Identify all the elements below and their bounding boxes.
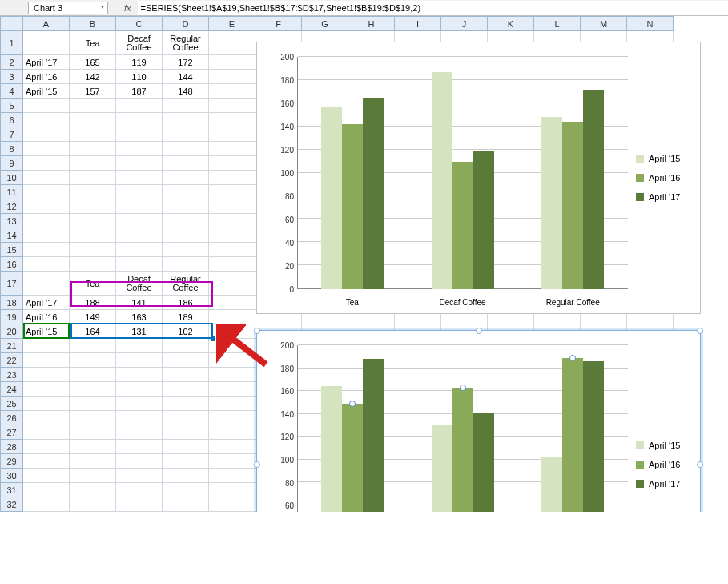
cell[interactable] — [116, 127, 163, 142]
cell[interactable]: 189 — [163, 310, 209, 324]
cell[interactable] — [70, 425, 116, 440]
cell[interactable] — [116, 228, 163, 243]
cell[interactable] — [163, 185, 209, 199]
cell[interactable] — [70, 339, 116, 353]
cell[interactable] — [23, 31, 70, 55]
cell[interactable] — [116, 185, 163, 199]
cell[interactable] — [116, 257, 163, 272]
cell[interactable] — [209, 55, 255, 70]
cell[interactable] — [209, 243, 255, 257]
cell[interactable] — [70, 185, 116, 199]
cell[interactable] — [116, 99, 163, 113]
cell[interactable] — [163, 497, 209, 512]
cell[interactable] — [209, 84, 255, 99]
cell[interactable] — [23, 469, 70, 483]
row-header[interactable]: 9 — [1, 156, 23, 171]
cell[interactable] — [70, 199, 116, 214]
cell[interactable] — [23, 127, 70, 142]
cell[interactable] — [70, 228, 116, 243]
col-header[interactable]: E — [209, 17, 255, 31]
cell[interactable] — [116, 397, 163, 411]
bar-group[interactable] — [517, 345, 628, 512]
legend-item[interactable]: April '17 — [636, 479, 700, 489]
range-handle[interactable] — [211, 336, 215, 341]
cell[interactable] — [163, 257, 209, 272]
bar[interactable] — [321, 107, 342, 289]
cell[interactable]: 144 — [163, 70, 209, 84]
cell[interactable] — [209, 99, 255, 113]
row-header[interactable]: 18 — [1, 296, 23, 310]
row-header[interactable]: 10 — [1, 171, 23, 185]
cell[interactable] — [209, 310, 255, 324]
cell[interactable] — [163, 113, 209, 127]
fx-icon[interactable]: fx — [124, 3, 131, 13]
cell[interactable] — [70, 469, 116, 483]
cell[interactable] — [23, 368, 70, 382]
bar[interactable] — [432, 72, 452, 289]
cell[interactable] — [163, 440, 209, 454]
cell[interactable] — [116, 469, 163, 483]
row-header[interactable]: 27 — [1, 425, 23, 440]
row-header[interactable]: 11 — [1, 185, 23, 199]
cell[interactable] — [23, 99, 70, 113]
bar[interactable] — [452, 388, 473, 512]
row-header[interactable]: 2 — [1, 55, 23, 70]
row-header[interactable]: 24 — [1, 382, 23, 397]
cell[interactable] — [163, 228, 209, 243]
cell[interactable] — [209, 483, 255, 497]
cell[interactable]: Regular Coffee — [163, 31, 209, 55]
row-header[interactable]: 32 — [1, 497, 23, 512]
cell[interactable] — [116, 199, 163, 214]
bar-group[interactable] — [297, 57, 408, 289]
cell[interactable] — [23, 185, 70, 199]
cell[interactable] — [23, 382, 70, 397]
bar-group[interactable] — [408, 345, 518, 512]
row-header[interactable]: 25 — [1, 397, 23, 411]
cell[interactable] — [209, 324, 255, 339]
row-header[interactable]: 12 — [1, 199, 23, 214]
legend-item[interactable]: April '17 — [636, 192, 700, 202]
col-header[interactable]: I — [395, 17, 441, 31]
cell[interactable]: Tea — [70, 272, 116, 296]
cell[interactable] — [70, 368, 116, 382]
cell[interactable]: April '16 — [23, 70, 70, 84]
row-header[interactable]: 15 — [1, 243, 23, 257]
bar[interactable] — [562, 358, 583, 512]
cell[interactable] — [116, 353, 163, 368]
bar[interactable] — [321, 386, 342, 512]
cell[interactable] — [209, 113, 255, 127]
cell[interactable]: 141 — [116, 296, 163, 310]
cell[interactable] — [209, 339, 255, 353]
cell[interactable] — [163, 353, 209, 368]
col-header[interactable]: B — [70, 17, 116, 31]
cell[interactable] — [70, 214, 116, 228]
cell[interactable]: Regular Coffee — [163, 272, 209, 296]
cell[interactable]: 149 — [70, 310, 116, 324]
chart-resize-handle[interactable] — [697, 461, 703, 468]
cell[interactable] — [209, 171, 255, 185]
col-header[interactable]: J — [441, 17, 488, 31]
cell[interactable]: Tea — [70, 31, 116, 55]
chart-3-selected[interactable]: 020406080100120140160180200TeaDecaf Coff… — [256, 330, 701, 512]
cell[interactable] — [209, 127, 255, 142]
cell[interactable] — [70, 99, 116, 113]
cell[interactable] — [23, 142, 70, 156]
bar[interactable] — [363, 98, 384, 289]
bar[interactable] — [452, 162, 473, 290]
cell[interactable] — [70, 142, 116, 156]
cell[interactable] — [23, 353, 70, 368]
cell[interactable] — [209, 185, 255, 199]
cell[interactable] — [116, 243, 163, 257]
bar[interactable] — [473, 151, 494, 289]
cell[interactable] — [70, 243, 116, 257]
cell[interactable] — [23, 243, 70, 257]
legend-item[interactable]: April '16 — [636, 173, 700, 183]
row-header[interactable]: 13 — [1, 214, 23, 228]
cell[interactable] — [23, 228, 70, 243]
cell[interactable]: 142 — [70, 70, 116, 84]
cell[interactable] — [116, 382, 163, 397]
cell[interactable]: 110 — [116, 70, 163, 84]
cell[interactable] — [23, 171, 70, 185]
cell[interactable]: April '17 — [23, 55, 70, 70]
plot-area[interactable]: 020406080100120140160180200TeaDecaf Coff… — [257, 42, 636, 313]
